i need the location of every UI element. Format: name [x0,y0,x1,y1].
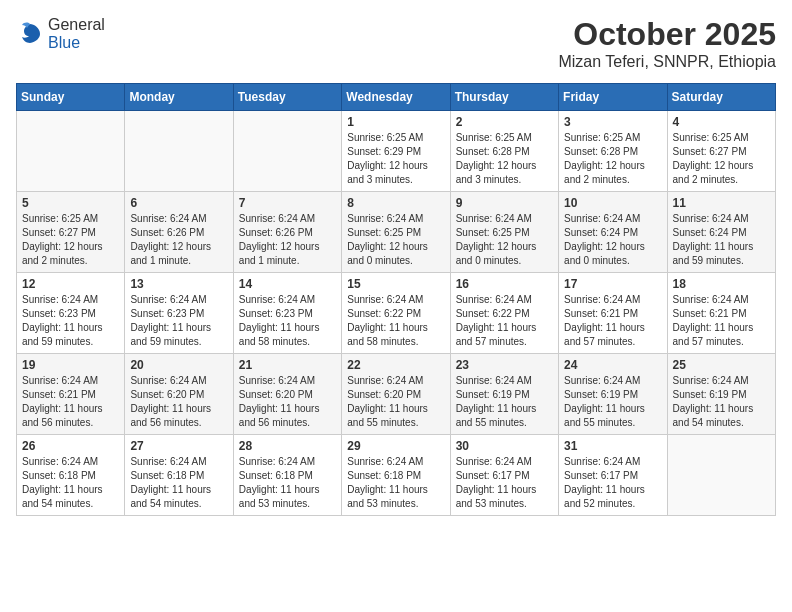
logo: General Blue [16,16,105,52]
title-block: October 2025 Mizan Teferi, SNNPR, Ethiop… [558,16,776,71]
day-number: 2 [456,115,553,129]
day-number: 28 [239,439,336,453]
day-info: Sunrise: 6:24 AM Sunset: 6:19 PM Dayligh… [456,374,553,430]
logo-general: General [48,16,105,33]
table-row: 27Sunrise: 6:24 AM Sunset: 6:18 PM Dayli… [125,435,233,516]
day-info: Sunrise: 6:24 AM Sunset: 6:23 PM Dayligh… [239,293,336,349]
table-row: 21Sunrise: 6:24 AM Sunset: 6:20 PM Dayli… [233,354,341,435]
day-info: Sunrise: 6:24 AM Sunset: 6:25 PM Dayligh… [347,212,444,268]
table-row: 6Sunrise: 6:24 AM Sunset: 6:26 PM Daylig… [125,192,233,273]
day-number: 6 [130,196,227,210]
calendar-week-row: 1Sunrise: 6:25 AM Sunset: 6:29 PM Daylig… [17,111,776,192]
table-row: 10Sunrise: 6:24 AM Sunset: 6:24 PM Dayli… [559,192,667,273]
table-row: 11Sunrise: 6:24 AM Sunset: 6:24 PM Dayli… [667,192,775,273]
page-header: General Blue October 2025 Mizan Teferi, … [16,16,776,71]
day-info: Sunrise: 6:25 AM Sunset: 6:27 PM Dayligh… [673,131,770,187]
calendar-week-row: 5Sunrise: 6:25 AM Sunset: 6:27 PM Daylig… [17,192,776,273]
day-info: Sunrise: 6:24 AM Sunset: 6:22 PM Dayligh… [347,293,444,349]
day-number: 11 [673,196,770,210]
day-number: 24 [564,358,661,372]
table-row: 20Sunrise: 6:24 AM Sunset: 6:20 PM Dayli… [125,354,233,435]
day-info: Sunrise: 6:24 AM Sunset: 6:20 PM Dayligh… [347,374,444,430]
day-number: 22 [347,358,444,372]
day-number: 17 [564,277,661,291]
day-info: Sunrise: 6:24 AM Sunset: 6:21 PM Dayligh… [22,374,119,430]
logo-blue: Blue [48,34,80,51]
table-row: 31Sunrise: 6:24 AM Sunset: 6:17 PM Dayli… [559,435,667,516]
table-row: 13Sunrise: 6:24 AM Sunset: 6:23 PM Dayli… [125,273,233,354]
day-info: Sunrise: 6:24 AM Sunset: 6:17 PM Dayligh… [456,455,553,511]
calendar-week-row: 26Sunrise: 6:24 AM Sunset: 6:18 PM Dayli… [17,435,776,516]
day-number: 12 [22,277,119,291]
day-info: Sunrise: 6:24 AM Sunset: 6:21 PM Dayligh… [673,293,770,349]
day-info: Sunrise: 6:24 AM Sunset: 6:24 PM Dayligh… [673,212,770,268]
day-info: Sunrise: 6:24 AM Sunset: 6:17 PM Dayligh… [564,455,661,511]
day-info: Sunrise: 6:24 AM Sunset: 6:20 PM Dayligh… [239,374,336,430]
day-number: 29 [347,439,444,453]
table-row: 2Sunrise: 6:25 AM Sunset: 6:28 PM Daylig… [450,111,558,192]
day-number: 30 [456,439,553,453]
table-row: 23Sunrise: 6:24 AM Sunset: 6:19 PM Dayli… [450,354,558,435]
table-row: 9Sunrise: 6:24 AM Sunset: 6:25 PM Daylig… [450,192,558,273]
table-row [125,111,233,192]
calendar-table: Sunday Monday Tuesday Wednesday Thursday… [16,83,776,516]
table-row: 24Sunrise: 6:24 AM Sunset: 6:19 PM Dayli… [559,354,667,435]
table-row [667,435,775,516]
day-number: 4 [673,115,770,129]
page-title: October 2025 [558,16,776,53]
table-row: 18Sunrise: 6:24 AM Sunset: 6:21 PM Dayli… [667,273,775,354]
table-row: 15Sunrise: 6:24 AM Sunset: 6:22 PM Dayli… [342,273,450,354]
col-thursday: Thursday [450,84,558,111]
day-number: 23 [456,358,553,372]
day-info: Sunrise: 6:24 AM Sunset: 6:18 PM Dayligh… [347,455,444,511]
table-row: 26Sunrise: 6:24 AM Sunset: 6:18 PM Dayli… [17,435,125,516]
day-info: Sunrise: 6:24 AM Sunset: 6:18 PM Dayligh… [22,455,119,511]
day-info: Sunrise: 6:25 AM Sunset: 6:29 PM Dayligh… [347,131,444,187]
table-row: 29Sunrise: 6:24 AM Sunset: 6:18 PM Dayli… [342,435,450,516]
table-row: 19Sunrise: 6:24 AM Sunset: 6:21 PM Dayli… [17,354,125,435]
col-monday: Monday [125,84,233,111]
table-row [233,111,341,192]
day-number: 9 [456,196,553,210]
table-row: 4Sunrise: 6:25 AM Sunset: 6:27 PM Daylig… [667,111,775,192]
logo-icon [16,20,44,48]
day-info: Sunrise: 6:24 AM Sunset: 6:19 PM Dayligh… [673,374,770,430]
day-number: 16 [456,277,553,291]
col-friday: Friday [559,84,667,111]
day-number: 20 [130,358,227,372]
table-row: 25Sunrise: 6:24 AM Sunset: 6:19 PM Dayli… [667,354,775,435]
day-number: 10 [564,196,661,210]
table-row [17,111,125,192]
day-info: Sunrise: 6:24 AM Sunset: 6:19 PM Dayligh… [564,374,661,430]
day-info: Sunrise: 6:24 AM Sunset: 6:20 PM Dayligh… [130,374,227,430]
day-number: 7 [239,196,336,210]
day-number: 21 [239,358,336,372]
table-row: 5Sunrise: 6:25 AM Sunset: 6:27 PM Daylig… [17,192,125,273]
day-number: 25 [673,358,770,372]
day-number: 13 [130,277,227,291]
calendar-week-row: 19Sunrise: 6:24 AM Sunset: 6:21 PM Dayli… [17,354,776,435]
table-row: 3Sunrise: 6:25 AM Sunset: 6:28 PM Daylig… [559,111,667,192]
table-row: 14Sunrise: 6:24 AM Sunset: 6:23 PM Dayli… [233,273,341,354]
day-number: 5 [22,196,119,210]
table-row: 17Sunrise: 6:24 AM Sunset: 6:21 PM Dayli… [559,273,667,354]
table-row: 30Sunrise: 6:24 AM Sunset: 6:17 PM Dayli… [450,435,558,516]
table-row: 28Sunrise: 6:24 AM Sunset: 6:18 PM Dayli… [233,435,341,516]
table-row: 1Sunrise: 6:25 AM Sunset: 6:29 PM Daylig… [342,111,450,192]
day-number: 8 [347,196,444,210]
day-info: Sunrise: 6:24 AM Sunset: 6:22 PM Dayligh… [456,293,553,349]
logo-text: General Blue [48,16,105,52]
day-number: 31 [564,439,661,453]
calendar-header-row: Sunday Monday Tuesday Wednesday Thursday… [17,84,776,111]
table-row: 22Sunrise: 6:24 AM Sunset: 6:20 PM Dayli… [342,354,450,435]
day-info: Sunrise: 6:24 AM Sunset: 6:24 PM Dayligh… [564,212,661,268]
day-number: 3 [564,115,661,129]
day-number: 15 [347,277,444,291]
day-info: Sunrise: 6:24 AM Sunset: 6:25 PM Dayligh… [456,212,553,268]
table-row: 12Sunrise: 6:24 AM Sunset: 6:23 PM Dayli… [17,273,125,354]
day-info: Sunrise: 6:25 AM Sunset: 6:27 PM Dayligh… [22,212,119,268]
col-wednesday: Wednesday [342,84,450,111]
col-tuesday: Tuesday [233,84,341,111]
day-info: Sunrise: 6:25 AM Sunset: 6:28 PM Dayligh… [564,131,661,187]
day-number: 26 [22,439,119,453]
